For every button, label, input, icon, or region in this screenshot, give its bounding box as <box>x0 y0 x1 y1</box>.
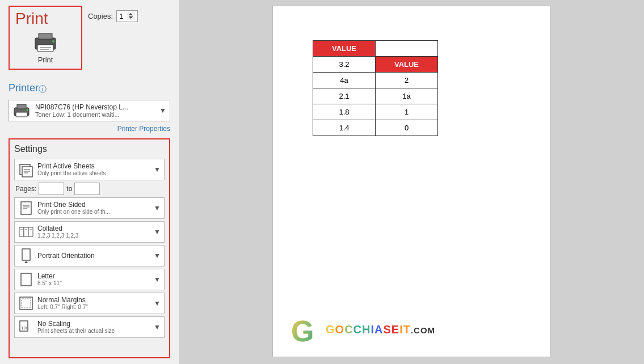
svg-text:100: 100 <box>21 325 29 331</box>
cell-1-4: 1.4 <box>313 120 376 136</box>
setting-scaling-text: No Scaling Print sheets at their actual … <box>37 320 151 334</box>
one-sided-arrow: ▼ <box>154 204 161 212</box>
one-sided-icon <box>18 200 34 216</box>
printer-section-label: Printer <box>9 82 39 94</box>
setting-letter-sub: 8.5" x 11" <box>37 280 151 286</box>
printer-info: NPI087C76 (HP Neverstop L... Toner Low: … <box>35 103 159 118</box>
letter-arrow: ▼ <box>154 276 161 283</box>
setting-collated-main: Collated <box>37 225 151 232</box>
setting-one-sided-text: Print One Sided Only print on one side o… <box>37 201 151 215</box>
svg-rect-7 <box>17 104 26 109</box>
svg-point-5 <box>52 40 54 43</box>
svg-rect-11 <box>22 167 32 177</box>
active-sheets-arrow: ▼ <box>154 166 161 173</box>
setting-scaling-sub: Print sheets at their actual size <box>37 328 151 334</box>
print-title-box: Print Print <box>9 6 82 70</box>
setting-print-active-sheets[interactable]: Print Active Sheets Only print the activ… <box>14 159 165 180</box>
table-row: 3.2 VALUE <box>313 57 438 73</box>
setting-one-sided-main: Print One Sided <box>37 201 151 209</box>
printer-dropdown[interactable]: NPI087C76 (HP Neverstop L... Toner Low: … <box>9 100 170 121</box>
cell-1: 1 <box>376 104 438 120</box>
setting-letter-main: Letter <box>37 272 151 280</box>
pages-to-label: to <box>66 185 72 193</box>
svg-rect-27 <box>21 273 31 286</box>
setting-margins-sub: Left: 0.7" Right: 0.7" <box>37 304 151 310</box>
preview-table: VALUE 3.2 VALUE 4a 2 2.1 1a 1.8 1 <box>313 40 438 136</box>
setting-portrait-main: Portrait Orientation <box>37 252 151 260</box>
setting-collated[interactable]: Collated 1,2,3 1,2,3 1,2,3 ▼ <box>14 221 165 243</box>
table-row: 2.1 1a <box>313 88 438 104</box>
cell-2: 2 <box>376 73 438 88</box>
print-button[interactable]: Print <box>32 30 59 64</box>
cell-value-header: VALUE <box>376 57 438 73</box>
setting-letter-text: Letter 8.5" x 11" <box>37 272 151 286</box>
setting-no-scaling[interactable]: 100 No Scaling Print sheets at their act… <box>14 316 165 338</box>
svg-marker-26 <box>24 261 28 263</box>
setting-one-sided-sub: Only print on one side of th... <box>37 209 151 215</box>
info-icon[interactable]: ⓘ <box>39 84 47 95</box>
svg-point-9 <box>26 109 28 111</box>
printer-name: NPI087C76 (HP Neverstop L... <box>35 103 159 111</box>
print-btn-label: Print <box>38 56 53 64</box>
pages-from-input[interactable] <box>39 183 64 195</box>
table-row: 1.4 0 <box>313 120 438 136</box>
header-empty <box>376 41 438 57</box>
cell-3-2: 3.2 <box>313 57 376 73</box>
copies-input[interactable] <box>117 11 137 22</box>
header-value: VALUE <box>313 41 376 57</box>
setting-active-sheets-main: Print Active Sheets <box>37 162 151 170</box>
logo-g-icon: G G <box>290 314 321 345</box>
pages-label: Pages: <box>15 185 36 193</box>
table-row: 4a 2 <box>313 73 438 88</box>
printer-dropdown-arrow: ▼ <box>159 107 166 115</box>
setting-normal-margins[interactable]: Normal Margins Left: 0.7" Right: 0.7" ▼ <box>14 293 165 314</box>
cell-4a: 4a <box>313 73 376 88</box>
setting-collated-text: Collated 1,2,3 1,2,3 1,2,3 <box>37 225 151 239</box>
cell-0: 0 <box>376 120 438 136</box>
pages-to-input[interactable] <box>74 183 100 195</box>
margins-icon <box>18 295 34 311</box>
logo-text: GOCCHIASEIT.COM <box>326 323 435 336</box>
svg-rect-3 <box>40 47 51 48</box>
collated-icon <box>18 224 34 240</box>
setting-print-one-sided[interactable]: Print One Sided Only print on one side o… <box>14 197 165 219</box>
table-row: VALUE <box>313 41 438 57</box>
print-icon <box>32 30 59 54</box>
setting-active-sheets-text: Print Active Sheets Only print the activ… <box>37 162 151 176</box>
svg-rect-20 <box>24 227 28 236</box>
portrait-arrow: ▼ <box>154 252 161 260</box>
setting-active-sheets-sub: Only print the active sheets <box>37 170 151 176</box>
setting-portrait-text: Portrait Orientation <box>37 252 151 260</box>
svg-rect-8 <box>16 112 27 117</box>
sheets-icon <box>18 162 34 177</box>
setting-portrait-orientation[interactable]: Portrait Orientation ▼ <box>14 245 165 266</box>
pages-row: Pages: to <box>15 183 165 195</box>
scaling-icon: 100 <box>18 319 34 335</box>
margins-arrow: ▼ <box>154 299 161 307</box>
setting-margins-text: Normal Margins Left: 0.7" Right: 0.7" <box>37 296 151 310</box>
setting-scaling-main: No Scaling <box>37 320 151 328</box>
svg-rect-21 <box>28 227 33 236</box>
printer-properties-link[interactable]: Printer Properties <box>9 125 170 133</box>
copies-row: Copies: <box>88 10 138 22</box>
copies-label: Copies: <box>88 12 113 20</box>
letter-icon <box>18 272 34 287</box>
scaling-arrow: ▼ <box>154 323 161 331</box>
setting-collated-sub: 1,2,3 1,2,3 1,2,3 <box>37 232 151 239</box>
page-title: Print <box>15 10 48 28</box>
preview-page: VALUE 3.2 VALUE 4a 2 2.1 1a 1.8 1 <box>272 6 550 357</box>
svg-rect-1 <box>39 33 52 39</box>
settings-box: Settings Print Active Sheets Only print … <box>9 138 170 358</box>
printer-section: Printer ⓘ NPI087C76 (HP Neverstop L... T… <box>9 82 170 138</box>
setting-letter[interactable]: Letter 8.5" x 11" ▼ <box>14 269 165 290</box>
table-row: 1.8 1 <box>313 104 438 120</box>
right-panel: VALUE 3.2 VALUE 4a 2 2.1 1a 1.8 1 <box>179 0 644 364</box>
logo-area: G G GOCCHIASEIT.COM <box>290 314 435 345</box>
copies-spinner[interactable] <box>116 10 138 22</box>
cell-2-1: 2.1 <box>313 88 376 104</box>
portrait-icon <box>18 248 34 264</box>
svg-rect-25 <box>22 249 30 260</box>
left-panel: Print Print Copies: Pri <box>0 0 179 364</box>
svg-rect-4 <box>40 49 49 50</box>
collated-arrow: ▼ <box>154 228 161 236</box>
